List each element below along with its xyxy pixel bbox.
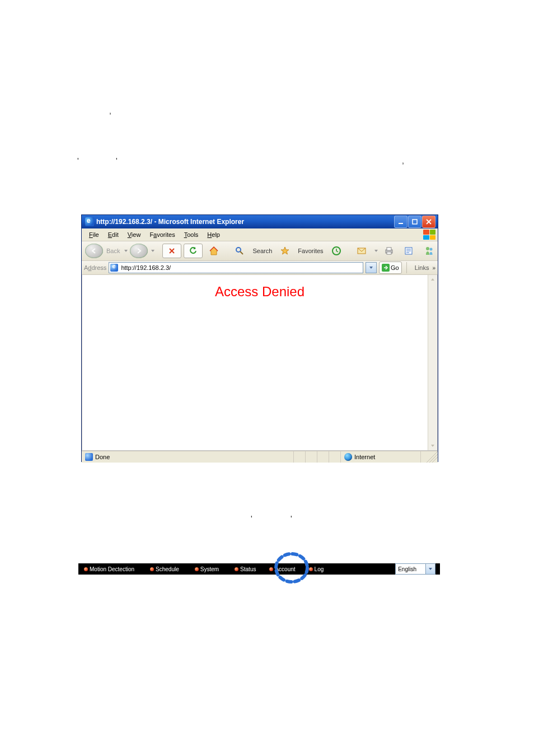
svg-rect-6 bbox=[387, 248, 391, 250]
status-zone-pane: Internet bbox=[341, 451, 421, 463]
nav-label: Motion Dectection bbox=[90, 566, 134, 572]
nav-label: Account bbox=[275, 566, 295, 572]
globe-icon bbox=[344, 453, 352, 461]
go-button[interactable]: Go bbox=[379, 262, 402, 274]
access-denied-text: Access Denied bbox=[215, 284, 305, 300]
address-dropdown[interactable] bbox=[366, 262, 377, 273]
menubar: File Edit View Favorites Tools Help bbox=[82, 228, 438, 241]
stray-char: , bbox=[402, 156, 404, 165]
mail-button[interactable] bbox=[353, 244, 371, 258]
nav-item-account[interactable]: Account bbox=[268, 566, 296, 572]
resize-grip[interactable] bbox=[421, 451, 438, 463]
refresh-button[interactable] bbox=[184, 244, 203, 258]
vertical-scrollbar[interactable] bbox=[428, 275, 437, 450]
print-button[interactable] bbox=[380, 244, 398, 258]
minimize-button[interactable] bbox=[394, 216, 407, 228]
nav-item-schedule[interactable]: Schedule bbox=[149, 566, 180, 572]
favorites-label: Favorites bbox=[298, 248, 323, 254]
separator bbox=[406, 262, 407, 273]
status-done-text: Done bbox=[95, 454, 110, 460]
svg-rect-0 bbox=[399, 223, 403, 224]
menu-file[interactable]: File bbox=[85, 230, 104, 239]
status-pane-empty bbox=[329, 451, 341, 463]
links-label[interactable]: Links bbox=[415, 264, 429, 271]
bullet-icon bbox=[150, 567, 154, 571]
back-button[interactable] bbox=[85, 244, 103, 258]
nav-item-motion-detection[interactable]: Motion Dectection bbox=[83, 566, 135, 572]
toolbar: Back Search Favorites bbox=[82, 241, 438, 261]
menu-tools[interactable]: Tools bbox=[180, 230, 203, 239]
search-label: Search bbox=[252, 248, 272, 254]
address-input[interactable] bbox=[120, 263, 362, 272]
go-label: Go bbox=[391, 264, 399, 271]
bullet-icon bbox=[309, 567, 313, 571]
menu-edit[interactable]: Edit bbox=[104, 230, 123, 239]
back-label: Back bbox=[106, 248, 120, 254]
menu-view[interactable]: View bbox=[123, 230, 146, 239]
home-button[interactable] bbox=[205, 244, 223, 258]
stray-char: ' bbox=[251, 514, 252, 523]
mail-dropdown-icon[interactable] bbox=[374, 250, 378, 252]
go-arrow-icon bbox=[382, 264, 390, 272]
nav-label: Schedule bbox=[156, 566, 179, 572]
back-dropdown-icon[interactable] bbox=[124, 250, 128, 252]
status-done-pane: Done bbox=[82, 451, 294, 463]
nav-label: Status bbox=[240, 566, 256, 572]
messenger-button[interactable] bbox=[420, 244, 438, 258]
ie-icon bbox=[85, 217, 94, 226]
history-button[interactable] bbox=[327, 244, 345, 258]
ie-window: http://192.168.2.3/ - Microsoft Internet… bbox=[81, 214, 438, 462]
windows-logo-icon bbox=[423, 230, 435, 240]
chevron-down-icon bbox=[425, 564, 435, 574]
scroll-down-icon[interactable] bbox=[428, 441, 437, 450]
svg-rect-1 bbox=[413, 220, 417, 224]
links-chevron-icon[interactable]: » bbox=[432, 265, 435, 271]
menu-favorites[interactable]: Favorites bbox=[145, 230, 179, 239]
language-select[interactable]: English bbox=[395, 563, 435, 575]
stray-char: , bbox=[109, 106, 111, 115]
stop-button[interactable] bbox=[162, 244, 181, 258]
forward-button[interactable] bbox=[130, 244, 148, 258]
bullet-icon bbox=[195, 567, 199, 571]
bottom-nav: Motion Dectection Schedule System Status… bbox=[78, 563, 440, 575]
status-pane-empty bbox=[317, 451, 329, 463]
svg-point-2 bbox=[236, 248, 241, 252]
bullet-icon bbox=[269, 567, 273, 571]
stray-char: ' bbox=[77, 156, 79, 165]
nav-label: System bbox=[200, 566, 219, 572]
favorites-button[interactable] bbox=[276, 244, 294, 258]
nav-item-system[interactable]: System bbox=[194, 566, 220, 572]
window-title: http://192.168.2.3/ - Microsoft Internet… bbox=[96, 218, 244, 226]
language-value: English bbox=[398, 566, 416, 572]
address-label: Address bbox=[84, 264, 106, 271]
address-field-wrap[interactable] bbox=[109, 262, 363, 273]
status-zone-text: Internet bbox=[354, 454, 375, 460]
page-icon bbox=[110, 264, 118, 272]
edit-button[interactable] bbox=[400, 244, 418, 258]
content-area: Access Denied bbox=[82, 275, 438, 451]
address-bar: Address Go Links » bbox=[82, 261, 438, 275]
nav-item-log[interactable]: Log bbox=[308, 566, 325, 572]
bottom-nav-wrap: Motion Dectection Schedule System Status… bbox=[78, 563, 440, 575]
stray-char: ' bbox=[116, 156, 118, 165]
bullet-icon bbox=[235, 567, 238, 571]
svg-rect-7 bbox=[387, 252, 391, 254]
titlebar: http://192.168.2.3/ - Microsoft Internet… bbox=[82, 215, 438, 228]
search-button[interactable] bbox=[231, 244, 249, 258]
bullet-icon bbox=[84, 567, 88, 571]
menu-help[interactable]: Help bbox=[203, 230, 224, 239]
status-pane-empty bbox=[306, 451, 317, 463]
statusbar: Done Internet bbox=[82, 451, 438, 463]
close-button[interactable] bbox=[422, 216, 435, 228]
status-pane-empty bbox=[294, 451, 306, 463]
nav-label: Log bbox=[315, 566, 324, 572]
page-icon bbox=[85, 453, 93, 461]
stray-char: ' bbox=[291, 514, 292, 523]
maximize-button[interactable] bbox=[408, 216, 421, 228]
svg-point-9 bbox=[426, 247, 429, 250]
forward-dropdown-icon[interactable] bbox=[151, 250, 154, 252]
scroll-up-icon[interactable] bbox=[428, 275, 437, 284]
nav-item-status[interactable]: Status bbox=[233, 566, 257, 572]
svg-point-10 bbox=[429, 248, 432, 251]
